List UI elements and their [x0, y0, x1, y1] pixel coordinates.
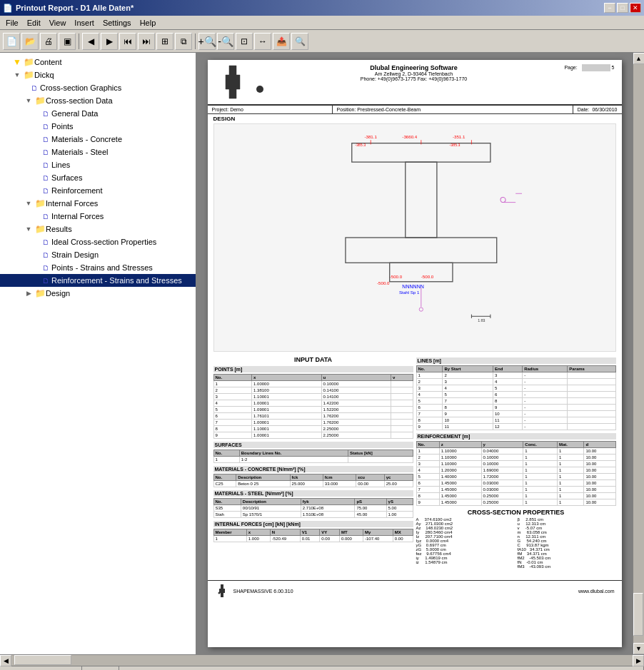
table-row: 31.100010.14100	[213, 394, 413, 400]
maximize-button[interactable]: □	[617, 3, 628, 13]
col-v: v	[391, 375, 413, 381]
int-forces-title: INTERNAL FORCES [cm] [kN] [kNm]	[213, 521, 413, 527]
cross-section-logo	[215, 64, 251, 100]
next-button[interactable]: ▶	[101, 33, 118, 50]
first-button[interactable]: ⏮	[119, 33, 136, 50]
reinf-title: REINFORCEMENT [m]	[416, 433, 616, 440]
table-row: 11-2	[213, 457, 413, 463]
scroll-thumb[interactable]	[633, 593, 643, 636]
spacer-pts	[34, 121, 40, 132]
tree-item-lines[interactable]: 🗋 Lines	[0, 158, 196, 171]
tree-item-csg[interactable]: 🗋 Cross-section Graphics	[0, 81, 196, 94]
svg-text:-3660.4: -3660.4	[402, 134, 417, 139]
open-button[interactable]: 📂	[21, 33, 39, 50]
tree-item-results-folder[interactable]: ▼ 📁 Results	[0, 223, 196, 235]
menu-settings[interactable]: Settings	[99, 17, 136, 29]
hscroll-right-button[interactable]: ▶	[633, 655, 644, 666]
tree-item-pss[interactable]: 🗋 Points - Strains and Stresses	[0, 261, 196, 274]
menu-view[interactable]: View	[45, 17, 71, 29]
folder-icon-dickq: 📁	[23, 69, 34, 81]
tree-item-mat-steel[interactable]: 🗋 Materials - Steel	[0, 146, 196, 158]
expand-icon: ▼	[11, 56, 23, 68]
table-row: 345-	[416, 385, 615, 392]
col-u: u	[321, 375, 391, 381]
spacer-pss	[34, 262, 40, 273]
svg-point-22	[419, 308, 423, 311]
lines-title: LINES [m]	[416, 357, 616, 364]
content-area: Dlubal Engineering Software Am Zellweg 2…	[196, 53, 633, 654]
spacer-ifp	[34, 210, 40, 222]
prev-button[interactable]: ◀	[82, 33, 99, 50]
menu-file[interactable]: File	[1, 17, 23, 29]
scroll-down-button[interactable]: ▼	[633, 643, 645, 654]
fit-page-button[interactable]: ⊡	[236, 33, 253, 50]
int-forces-table: Member x N V1 VY MT My MX 11.000-	[213, 529, 413, 542]
tree-label-reinf: Reinforcement	[51, 186, 103, 195]
cs-props-title: CROSS-SECTION PROPERTIES	[416, 509, 616, 516]
scroll-track[interactable]	[633, 64, 644, 643]
table-row: 234-	[416, 379, 615, 385]
tree-item-csd[interactable]: ▼ 📁 Cross-section Data	[0, 94, 196, 107]
new-button[interactable]: 📄	[3, 33, 20, 50]
right-col: LINES [m] No. By Start End Radius Params	[416, 356, 616, 569]
window-controls: − □ ✕	[604, 3, 641, 13]
tree-item-rss[interactable]: 🗋 Reinforcement - Strains and Stresses	[0, 274, 196, 287]
tree-item-if-folder[interactable]: ▼ 📁 Internal Forces	[0, 197, 196, 210]
tree-item-icsp[interactable]: 🗋 Ideal Cross-section Properties	[0, 235, 196, 248]
footer-logo	[215, 584, 229, 598]
tree-item-if-page[interactable]: 🗋 Internal Forces	[0, 210, 196, 223]
last-button[interactable]: ⏭	[138, 33, 155, 50]
copy-button[interactable]: ⧉	[175, 33, 192, 50]
hscroll-thumb[interactable]	[14, 655, 71, 665]
tree-item-points[interactable]: 🗋 Points	[0, 120, 196, 133]
spacer-ln	[34, 159, 40, 171]
tree-item-content[interactable]: ▼ 📁 Content	[0, 56, 196, 68]
tree-item-dickq[interactable]: ▼ 📁 Dickq	[0, 68, 196, 81]
vertical-scrollbar: ▲ ▼	[633, 53, 644, 654]
report-header: Dlubal Engineering Software Am Zellweg 2…	[208, 60, 622, 106]
table-row: C25Beton 0 2525.00033.00000.0025.00	[213, 481, 413, 487]
tree-label-dickq: Dickq	[34, 71, 54, 79]
svg-text:-500.0: -500.0	[377, 280, 390, 285]
spacer-rss	[34, 275, 40, 286]
tree-label-lines: Lines	[51, 161, 70, 169]
tree-item-sd[interactable]: 🗋 Strain Design	[0, 248, 196, 261]
app-icon: 📄	[3, 4, 13, 13]
table-row: 7910-	[416, 411, 615, 417]
section-svg: -381.1 -3660.4 -351.1 -385.3 -385.3 -500…	[308, 131, 522, 345]
tree-item-mat-conc[interactable]: 🗋 Materials - Concrete	[0, 133, 196, 146]
col-x: x	[252, 375, 321, 381]
menu-edit[interactable]: Edit	[23, 17, 45, 29]
hscroll-left-button[interactable]: ◀	[0, 655, 11, 666]
zoom-in-button[interactable]: +🔍	[198, 33, 216, 50]
search-button[interactable]: 🔍	[291, 33, 308, 50]
tree-item-reinf[interactable]: 🗋 Reinforcement	[0, 184, 196, 197]
export-button[interactable]: 📤	[273, 33, 290, 50]
menu-help[interactable]: Help	[136, 17, 161, 29]
date-cell: Date: 06/30/2010	[573, 106, 622, 113]
layout-button[interactable]: ⊞	[156, 33, 173, 50]
print-button[interactable]: 🖨	[40, 33, 57, 50]
page-icon-mc: 🗋	[40, 133, 51, 145]
close-button[interactable]: ✕	[630, 3, 641, 13]
svg-text:Stahl Sp 1: Stahl Sp 1	[398, 290, 419, 295]
fit-width-button[interactable]: ↔	[254, 33, 271, 50]
page-icon-ms: 🗋	[40, 146, 51, 158]
table-row: 11.000-520.490.010.000.000-107.400.00	[213, 536, 413, 542]
input-data-title: INPUT DATA	[213, 356, 413, 363]
tree-item-surfaces[interactable]: 🗋 Surfaces	[0, 171, 196, 184]
scroll-up-button[interactable]: ▲	[633, 53, 645, 64]
zoom-out-button[interactable]: -🔍	[217, 33, 234, 50]
tree-item-design-folder[interactable]: ▶ 📁 Design	[0, 287, 196, 300]
minimize-button[interactable]: −	[604, 3, 615, 13]
report-footer: SHAPEMASSIVE 6.00.310 www.dlubal.com	[208, 580, 622, 601]
select-button[interactable]: ▣	[59, 33, 76, 50]
spacer	[23, 82, 29, 93]
menu-insert[interactable]: Insert	[70, 17, 99, 29]
page-bar	[582, 64, 610, 71]
table-row: StahSp 1570/11.510E+0845.001.00	[213, 512, 413, 518]
hscroll-track[interactable]	[11, 655, 633, 666]
tree-item-gd[interactable]: 🗋 General Data	[0, 107, 196, 120]
table-row: 41.000011.42200	[213, 400, 413, 407]
statusbar: Number of Pages: 5 Page 5 NUM	[0, 666, 644, 670]
